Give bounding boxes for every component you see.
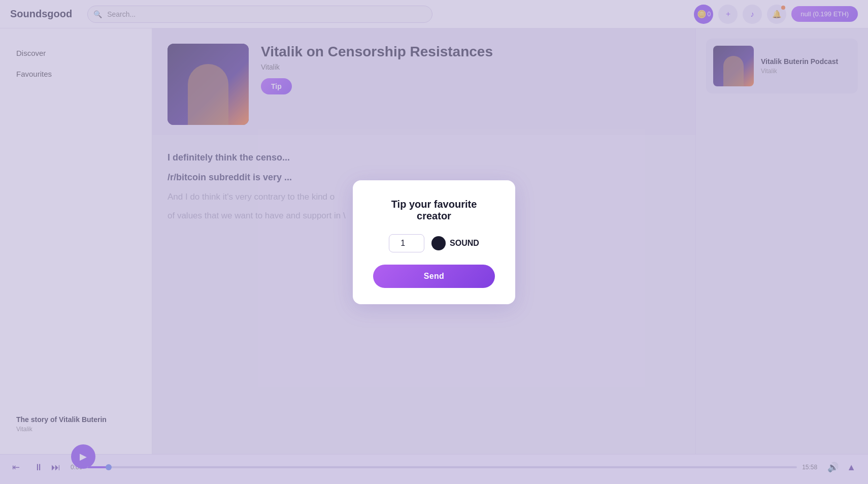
currency-label: SOUND	[450, 239, 479, 248]
tip-modal: Tip your favourite creator SOUND Send	[353, 180, 515, 304]
send-button[interactable]: Send	[373, 265, 495, 288]
currency-badge: SOUND	[431, 236, 479, 250]
modal-amount-row: SOUND	[389, 234, 479, 252]
modal-overlay[interactable]: Tip your favourite creator SOUND Send	[0, 0, 868, 484]
currency-icon	[431, 236, 446, 250]
modal-title: Tip your favourite creator	[373, 199, 495, 222]
amount-input[interactable]	[389, 234, 424, 252]
